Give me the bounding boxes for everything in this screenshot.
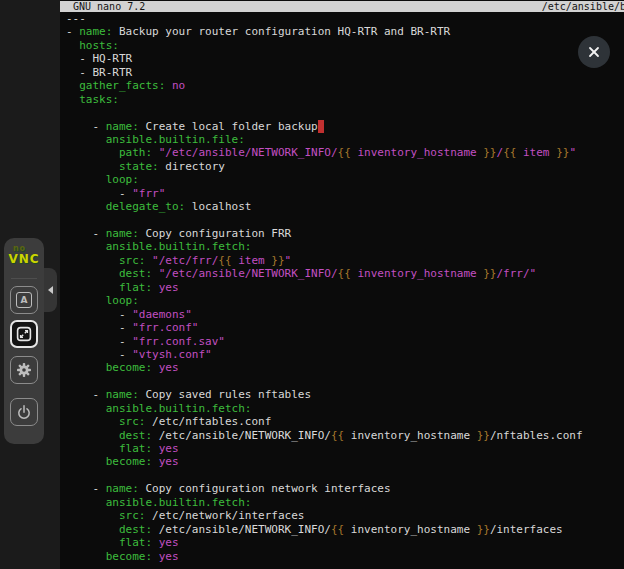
editor-line: - name: Backup your router configuration… — [66, 25, 624, 38]
editor-line — [66, 469, 624, 482]
editor-line: dest: /etc/ansible/NETWORK_INFO/{{ inven… — [66, 429, 624, 442]
editor-line: dest: "/etc/ansible/NETWORK_INFO/{{ inve… — [66, 267, 624, 280]
power-icon — [16, 404, 32, 420]
editor-line: hosts: — [66, 39, 624, 52]
editor-line: src: /etc/nftables.conf — [66, 415, 624, 428]
editor-line: path: "/etc/ansible/NETWORK_INFO/{{ inve… — [66, 146, 624, 159]
editor-line: loop: — [66, 294, 624, 307]
editor-line: ansible.builtin.fetch: — [66, 496, 624, 509]
panel-divider — [11, 278, 37, 279]
editor-line: gather_facts: no — [66, 79, 624, 92]
editor-line: ansible.builtin.fetch: — [66, 402, 624, 415]
terminal-window: GNU nano 7.2 /etc/ansible/b ---- name: B… — [60, 0, 624, 569]
vnc-control-panel: no VNC A — [4, 238, 44, 444]
editor-line — [66, 106, 624, 119]
editor-line: - "frr" — [66, 187, 624, 200]
editor-line: --- — [66, 12, 624, 25]
editor-line: state: directory — [66, 160, 624, 173]
editor-line: src: /etc/network/interfaces — [66, 509, 624, 522]
close-button[interactable] — [578, 36, 610, 68]
panel-collapse-handle[interactable] — [44, 268, 57, 312]
editor-line: ansible.builtin.file: — [66, 133, 624, 146]
editor-line: - name: Copy saved rules nftables — [66, 388, 624, 401]
editor-line: tasks: — [66, 93, 624, 106]
editor-text[interactable]: ---- name: Backup your router configurat… — [66, 12, 624, 569]
editor-line: become: yes — [66, 550, 624, 563]
editor-line: - name: Copy configuration FRR — [66, 227, 624, 240]
nano-filename-label: /etc/ansible/b — [542, 1, 624, 12]
editor-line: - name: Copy configuration network inter… — [66, 482, 624, 495]
editor-line: flat: yes — [66, 536, 624, 549]
settings-button[interactable] — [10, 356, 38, 384]
editor-line: - "frr.conf.sav" — [66, 335, 624, 348]
keyboard-button[interactable]: A — [10, 286, 38, 314]
nano-titlebar: GNU nano 7.2 /etc/ansible/b — [60, 1, 624, 12]
novnc-logo: no VNC — [4, 245, 44, 265]
editor-line — [66, 375, 624, 388]
editor-line: become: yes — [66, 455, 624, 468]
editor-line: - BR-RTR — [66, 66, 624, 79]
editor-line — [66, 214, 624, 227]
editor-line: ansible.builtin.fetch: — [66, 240, 624, 253]
editor-line: - name: Create local folder backup — [66, 120, 624, 133]
editor-line: loop: — [66, 173, 624, 186]
editor-line: src: "/etc/frr/{{ item }}" — [66, 254, 624, 267]
power-button[interactable] — [10, 398, 38, 426]
fullscreen-button[interactable] — [10, 320, 38, 348]
gear-icon — [16, 362, 32, 378]
collapse-left-icon — [48, 286, 53, 294]
editor-line: - "vtysh.conf" — [66, 348, 624, 361]
editor-line: delegate_to: localhost — [66, 200, 624, 213]
editor-line: - "frr.conf" — [66, 321, 624, 334]
close-icon — [588, 46, 600, 58]
editor-line: flat: yes — [66, 442, 624, 455]
novnc-logo-vnc: VNC — [4, 253, 44, 265]
a-key-icon: A — [16, 292, 32, 308]
editor-line: dest: /etc/ansible/NETWORK_INFO/{{ inven… — [66, 523, 624, 536]
fullscreen-icon — [16, 326, 32, 342]
nano-version-label: GNU nano 7.2 — [73, 1, 145, 12]
editor-line: flat: yes — [66, 281, 624, 294]
editor-line: become: yes — [66, 361, 624, 374]
editor-line: - HQ-RTR — [66, 52, 624, 65]
editor-line: - "daemons" — [66, 308, 624, 321]
